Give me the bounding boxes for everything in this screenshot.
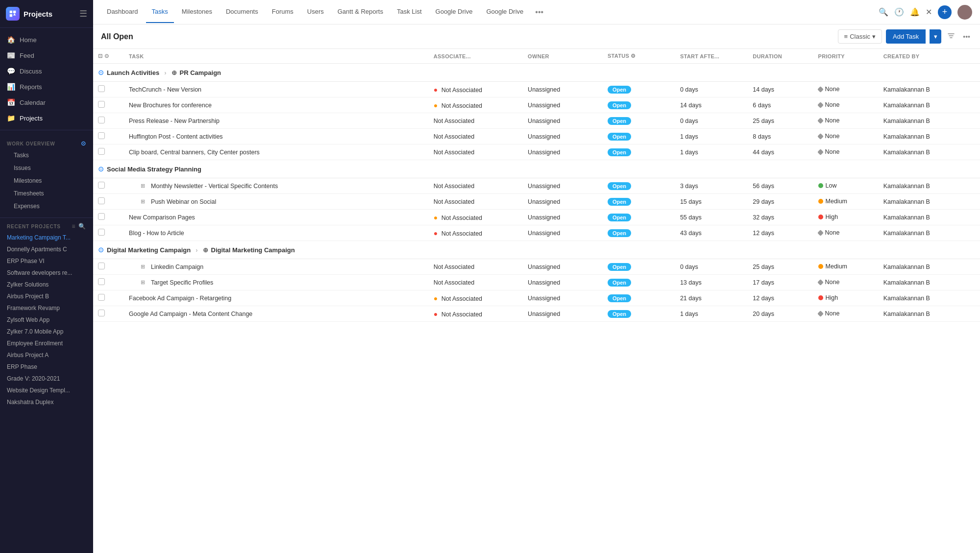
recent-project-item[interactable]: Airbus Project A <box>0 349 93 361</box>
close-icon[interactable]: ✕ <box>926 7 932 17</box>
search-icon[interactable]: 🔍 <box>78 223 86 230</box>
task-name[interactable]: New Brochures for conference <box>129 102 212 109</box>
group-collapse-icon[interactable]: ⊙ <box>98 69 104 76</box>
task-name[interactable]: Blog - How to Article <box>129 230 184 237</box>
recent-project-item[interactable]: Framework Revamp <box>0 302 93 314</box>
status-badge[interactable]: Open <box>608 148 631 156</box>
sidebar-item-feed[interactable]: 📰 Feed <box>0 48 93 63</box>
tab-milestones[interactable]: Milestones <box>176 1 218 23</box>
task-checkbox[interactable] <box>98 310 105 316</box>
clock-icon[interactable]: 🕐 <box>894 7 904 17</box>
status-badge[interactable]: Open <box>608 263 631 271</box>
status-badge[interactable]: Open <box>608 117 631 125</box>
more-tabs-button[interactable]: ••• <box>531 4 547 21</box>
collapse-all-icon[interactable]: ⊙ <box>104 53 109 59</box>
wo-expenses[interactable]: Expenses <box>14 200 93 213</box>
filter-icon[interactable] <box>945 30 957 43</box>
task-checkbox[interactable] <box>98 197 105 204</box>
tab-google-drive-2[interactable]: Google Drive <box>480 1 529 23</box>
task-name[interactable]: Monthly Newsletter - Vertical Specific C… <box>151 183 278 190</box>
status-badge[interactable]: Open <box>608 279 631 287</box>
task-name[interactable]: New Comparison Pages <box>129 214 195 221</box>
status-settings-icon[interactable]: ⚙ <box>631 53 636 59</box>
tab-documents[interactable]: Documents <box>220 1 264 23</box>
list-icon[interactable]: ≡ <box>72 223 75 230</box>
task-name[interactable]: Clip board, Central banners, City Center… <box>129 149 260 156</box>
task-checkbox[interactable] <box>98 182 105 189</box>
search-nav-icon[interactable]: 🔍 <box>879 7 888 17</box>
group-collapse-icon[interactable]: ⊙ <box>98 246 104 254</box>
recent-project-item[interactable]: Zylsoft Web App <box>0 314 93 326</box>
recent-project-item[interactable]: ERP Phase <box>0 361 93 373</box>
task-checkbox[interactable] <box>98 213 105 220</box>
status-badge[interactable]: Open <box>608 182 631 190</box>
tab-users[interactable]: Users <box>301 1 330 23</box>
add-task-caret-button[interactable]: ▾ <box>930 29 941 44</box>
status-badge[interactable]: Open <box>608 214 631 221</box>
task-name[interactable]: Push Webinar on Social <box>151 198 216 205</box>
wo-tasks[interactable]: Tasks <box>14 149 93 162</box>
sidebar-item-projects[interactable]: 📁 Projects <box>0 110 93 126</box>
tab-dashboard[interactable]: Dashboard <box>101 1 144 23</box>
group-collapse-icon[interactable]: ⊙ <box>98 165 104 173</box>
status-badge[interactable]: Open <box>608 229 631 237</box>
status-badge[interactable]: Open <box>608 198 631 206</box>
expand-icon[interactable]: ⊞ <box>141 198 145 205</box>
task-name[interactable]: Facebook Ad Campaign - Retargeting <box>129 295 231 302</box>
tab-google-drive-1[interactable]: Google Drive <box>430 1 479 23</box>
wo-timesheets[interactable]: Timesheets <box>14 187 93 200</box>
task-name[interactable]: Linkedin Campaign <box>151 264 203 270</box>
sidebar-item-calendar[interactable]: 📅 Calendar <box>0 95 93 110</box>
task-checkbox[interactable] <box>98 148 105 155</box>
task-name[interactable]: Target Specific Profiles <box>151 279 213 286</box>
task-checkbox[interactable] <box>98 278 105 285</box>
task-name[interactable]: Press Release - New Partnership <box>129 118 220 124</box>
task-checkbox[interactable] <box>98 263 105 269</box>
recent-project-item[interactable]: Website Design Templ... <box>0 385 93 396</box>
sidebar-item-home[interactable]: 🏠 Home <box>0 32 93 48</box>
expand-icon[interactable]: ⊞ <box>141 183 145 189</box>
sidebar-item-reports[interactable]: 📊 Reports <box>0 79 93 95</box>
sidebar-item-discuss[interactable]: 💬 Discuss <box>0 63 93 79</box>
task-checkbox[interactable] <box>98 117 105 123</box>
task-checkbox[interactable] <box>98 229 105 236</box>
expand-icon[interactable]: ⊞ <box>141 264 145 270</box>
recent-project-item[interactable]: ERP Phase VI <box>0 255 93 267</box>
status-badge[interactable]: Open <box>608 310 631 318</box>
avatar[interactable] <box>957 5 972 20</box>
select-all-icon[interactable]: ⊡ <box>98 53 102 59</box>
task-name[interactable]: Huffington Post - Content activities <box>129 133 223 140</box>
recent-project-item[interactable]: Nakshatra Duplex <box>0 396 93 408</box>
bell-icon[interactable]: 🔔 <box>910 7 920 17</box>
hamburger-icon[interactable]: ☰ <box>79 8 87 19</box>
status-badge[interactable]: Open <box>608 133 631 141</box>
status-badge[interactable]: Open <box>608 86 631 94</box>
recent-project-item[interactable]: Zylker 7.0 Mobile App <box>0 326 93 337</box>
recent-project-item[interactable]: Donnelly Apartments C <box>0 243 93 255</box>
status-badge[interactable]: Open <box>608 101 631 109</box>
recent-project-item[interactable]: Employee Enrollment <box>0 337 93 349</box>
tab-tasks[interactable]: Tasks <box>146 1 174 23</box>
recent-project-item[interactable]: Grade V: 2020-2021 <box>0 373 93 385</box>
wo-issues[interactable]: Issues <box>14 162 93 174</box>
tab-task-list[interactable]: Task List <box>391 1 428 23</box>
status-badge[interactable]: Open <box>608 294 631 302</box>
tab-forums[interactable]: Forums <box>266 1 299 23</box>
task-checkbox[interactable] <box>98 101 105 108</box>
task-checkbox[interactable] <box>98 294 105 301</box>
task-name[interactable]: Google Ad Campaign - Meta Content Change <box>129 311 252 317</box>
tab-gantt-reports[interactable]: Gantt & Reports <box>332 1 389 23</box>
recent-project-item[interactable]: Software developers re... <box>0 267 93 279</box>
task-checkbox[interactable] <box>98 132 105 139</box>
task-name[interactable]: TechCrunch - New Version <box>129 86 201 93</box>
expand-icon[interactable]: ⊞ <box>141 279 145 286</box>
recent-project-item[interactable]: Airbus Project B <box>0 290 93 302</box>
add-task-button[interactable]: Add Task <box>886 29 926 44</box>
wo-milestones[interactable]: Milestones <box>14 174 93 187</box>
recent-project-item[interactable]: Marketing Campaign T... <box>0 232 93 243</box>
classic-view-button[interactable]: ≡ Classic ▾ <box>838 29 882 44</box>
task-checkbox[interactable] <box>98 85 105 92</box>
more-options-icon[interactable]: ••• <box>961 31 972 43</box>
add-button[interactable]: + <box>938 5 952 19</box>
recent-project-item[interactable]: Zylker Solutions <box>0 279 93 290</box>
